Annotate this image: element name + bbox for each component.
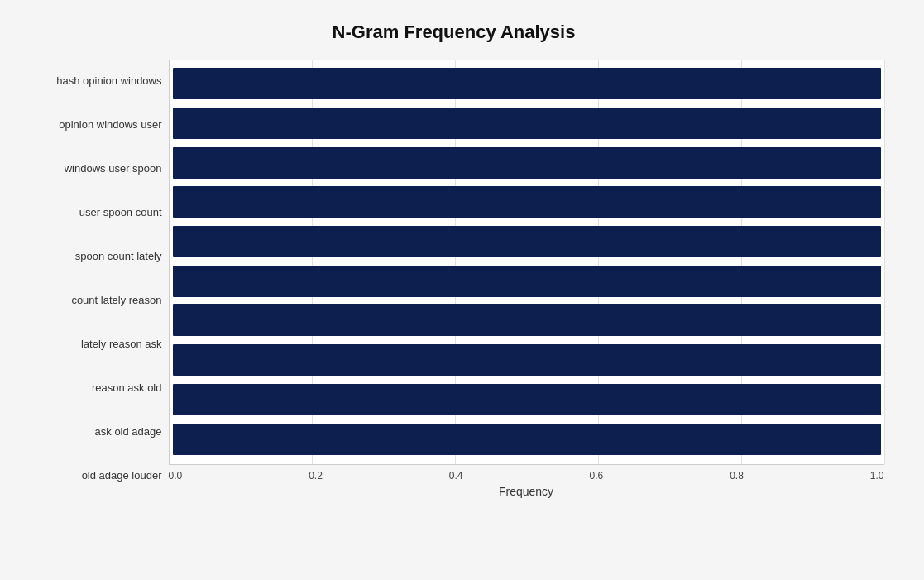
chart-container: N-Gram Frequency Analysis hash opinion w… [7, 5, 917, 576]
bar [173, 424, 881, 455]
bar-row [170, 68, 884, 99]
y-label: ask old adage [24, 424, 162, 440]
x-axis: 0.00.20.40.60.81.0 [169, 465, 884, 482]
bar-row [170, 384, 884, 415]
grid-line [884, 60, 885, 464]
chart-area: hash opinion windowsopinion windows user… [24, 60, 884, 498]
x-tick: 0.2 [309, 470, 323, 482]
bars-and-xaxis: 0.00.20.40.60.81.0 Frequency [169, 60, 884, 498]
y-label: count lately reason [24, 292, 162, 309]
x-axis-label: Frequency [169, 485, 884, 498]
x-tick: 0.0 [169, 470, 183, 482]
y-label: opinion windows user [24, 117, 162, 133]
bar-row [170, 266, 884, 297]
bar-row [170, 108, 884, 139]
bar [173, 226, 881, 257]
x-tick: 0.6 [589, 470, 603, 482]
bar [173, 68, 881, 99]
bar [173, 384, 881, 415]
x-tick: 0.4 [449, 470, 463, 482]
bars-area [169, 60, 884, 465]
bar [173, 147, 881, 179]
bar-row [170, 424, 884, 455]
bar-row [170, 147, 884, 179]
bar-row [170, 186, 884, 218]
y-label: reason ask old [24, 380, 162, 396]
bar-row [170, 344, 884, 376]
bar [173, 304, 881, 336]
x-tick: 0.8 [730, 470, 744, 482]
y-label: spoon count lately [24, 248, 162, 265]
bar [173, 186, 881, 218]
bar-row [170, 304, 884, 336]
y-label: old adage louder [24, 467, 162, 484]
y-label: lately reason ask [24, 336, 162, 352]
y-labels: hash opinion windowsopinion windows user… [24, 60, 169, 498]
y-label: hash opinion windows [24, 73, 162, 89]
chart-title: N-Gram Frequency Analysis [24, 22, 884, 43]
bar [173, 108, 881, 139]
x-tick: 1.0 [870, 470, 884, 482]
y-label: user spoon count [24, 204, 162, 221]
bar [173, 266, 881, 297]
y-label: windows user spoon [24, 161, 162, 177]
bar-row [170, 226, 884, 257]
bar [173, 344, 881, 376]
